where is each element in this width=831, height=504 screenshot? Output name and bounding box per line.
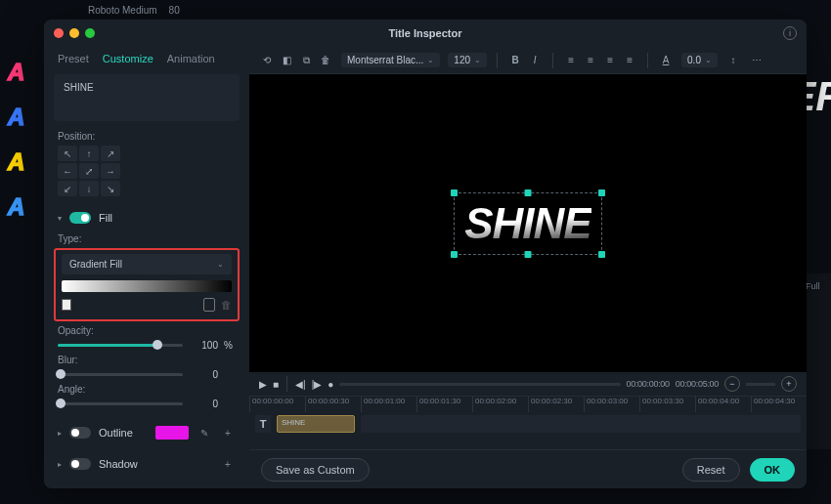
track-empty[interactable] — [361, 415, 801, 433]
resize-handle-tr[interactable] — [598, 189, 605, 196]
add-icon[interactable]: + — [220, 456, 236, 472]
arrow-center[interactable]: ⤢ — [79, 163, 99, 179]
delete-stop-icon[interactable]: 🗑 — [221, 299, 232, 311]
arrow-se[interactable]: ↘ — [101, 181, 120, 196]
ruler-tick: 00:00:01:00 — [361, 397, 416, 412]
play-icon[interactable]: ▶ — [259, 379, 267, 390]
maximize-window-button[interactable] — [85, 28, 95, 38]
canvas-text[interactable]: SHINE — [464, 199, 590, 248]
resize-handle-tl[interactable] — [451, 189, 458, 196]
gradient-stop-start[interactable] — [62, 299, 71, 311]
eyedropper-icon[interactable] — [203, 298, 215, 312]
arrow-sw[interactable]: ↙ — [58, 181, 77, 196]
chevron-down-icon: ⌄ — [217, 260, 224, 269]
gradient-bar[interactable] — [62, 280, 232, 292]
font-family-select[interactable]: Montserrat Blac...⌄ — [341, 53, 440, 67]
ruler-tick: 00:00:04:30 — [751, 397, 807, 412]
arrow-e[interactable]: → — [101, 163, 120, 179]
opacity-slider[interactable] — [58, 344, 183, 347]
transform-icon[interactable]: ⟲ — [259, 53, 275, 68]
arrow-nw[interactable]: ↖ — [58, 146, 77, 161]
bg-font-name: Roboto Medium — [88, 5, 157, 16]
outline-color-swatch[interactable] — [155, 426, 189, 440]
arrow-s[interactable]: ↓ — [79, 181, 99, 196]
resize-handle-br[interactable] — [598, 251, 605, 258]
blur-value[interactable]: 0 — [189, 369, 218, 380]
italic-icon[interactable]: I — [527, 53, 543, 68]
close-window-button[interactable] — [54, 28, 64, 38]
transport-bar: ▶ ■ ◀| |▶ ● 00:00:00:00 00:00:05:00 − + — [249, 372, 807, 396]
background-title-samples: A A A A — [0, 0, 39, 504]
timeline-ruler[interactable]: 00:00:00:00 00:00:00:30 00:00:01:00 00:0… — [249, 397, 807, 412]
tab-customize[interactable]: Customize — [103, 53, 153, 64]
angle-slider[interactable] — [58, 402, 183, 405]
bg-full-label: Full — [806, 281, 827, 291]
scrub-bar[interactable] — [339, 383, 620, 386]
add-icon[interactable]: + — [220, 425, 236, 441]
stop-icon[interactable]: ■ — [273, 379, 279, 390]
text-content-field[interactable]: SHINE — [54, 74, 240, 121]
resize-handle-bm[interactable] — [524, 251, 531, 258]
font-size-select[interactable]: 120⌄ — [448, 53, 487, 67]
arrow-n[interactable]: ↑ — [79, 146, 99, 161]
angle-value[interactable]: 0 — [189, 399, 218, 409]
align-center-icon[interactable]: ≡ — [583, 53, 598, 68]
outline-section-header[interactable]: ▸ Outline ✎ + — [48, 421, 245, 444]
shadow-section-header[interactable]: ▸ Shadow + — [48, 452, 245, 476]
next-icon[interactable]: |▶ — [312, 379, 323, 390]
tab-preset[interactable]: Preset — [58, 53, 89, 64]
more-icon[interactable]: ⋯ — [749, 53, 765, 68]
eyedropper-icon[interactable]: ✎ — [197, 425, 212, 441]
type-label: Type: — [58, 233, 236, 244]
resize-handle-tm[interactable] — [524, 189, 531, 196]
outline-toggle[interactable] — [69, 427, 91, 439]
align-justify-icon[interactable]: ≡ — [622, 53, 637, 68]
line-height-icon[interactable]: ↕ — [725, 53, 741, 68]
bold-icon[interactable]: B — [507, 53, 523, 68]
resize-handle-bl[interactable] — [451, 251, 458, 258]
text-track-icon[interactable]: T — [255, 415, 271, 433]
ruler-tick: 00:00:02:00 — [472, 397, 528, 412]
blur-slider[interactable] — [58, 373, 183, 376]
position-label: Position: — [58, 131, 236, 142]
align-right-icon[interactable]: ≡ — [602, 53, 618, 68]
ok-button[interactable]: OK — [750, 458, 796, 482]
shadow-toggle[interactable] — [69, 458, 91, 470]
delete-icon[interactable]: 🗑 — [318, 53, 333, 68]
tabs: Preset Customize Animation — [48, 47, 245, 70]
arrow-w[interactable]: ← — [58, 163, 77, 179]
prev-icon[interactable]: ◀| — [295, 379, 306, 390]
window-titlebar[interactable]: Title Inspector i — [44, 20, 807, 47]
info-icon[interactable]: i — [783, 26, 797, 40]
timeline-clip[interactable]: SHINE — [277, 415, 355, 433]
letter-spacing-input[interactable]: 0.0⌄ — [681, 53, 718, 67]
opacity-value[interactable]: 100 — [189, 340, 218, 351]
zoom-out-icon[interactable]: − — [724, 376, 740, 392]
fill-label: Fill — [99, 212, 112, 224]
text-color-icon[interactable]: A — [658, 53, 674, 68]
chevron-right-icon: ▸ — [58, 429, 62, 438]
copy-icon[interactable]: ⧉ — [298, 53, 314, 68]
zoom-in-icon[interactable]: + — [781, 376, 797, 392]
minimize-window-button[interactable] — [69, 28, 79, 38]
transform2-icon[interactable]: ◧ — [279, 53, 294, 68]
fill-type-select[interactable]: Gradient Fill ⌄ — [62, 254, 232, 274]
outline-label: Outline — [99, 427, 133, 439]
reset-button[interactable]: Reset — [682, 458, 740, 482]
preview-canvas[interactable]: SHINE — [249, 74, 807, 372]
arrow-ne[interactable]: ↗ — [101, 146, 120, 161]
marker-icon[interactable]: ● — [328, 379, 333, 390]
align-left-icon[interactable]: ≡ — [563, 53, 579, 68]
fill-toggle[interactable] — [69, 212, 91, 224]
save-as-custom-button[interactable]: Save as Custom — [261, 458, 370, 482]
selection-box[interactable]: SHINE — [454, 192, 601, 255]
chevron-down-icon: ▾ — [58, 214, 62, 223]
highlight-box: Gradient Fill ⌄ 🗑 — [54, 248, 240, 321]
title-inspector-window: Title Inspector i Preset Customize Anima… — [44, 20, 807, 488]
zoom-slider[interactable] — [746, 383, 775, 386]
right-panel: ⟲ ◧ ⧉ 🗑 Montserrat Blac...⌄ 120⌄ B I ≡ ≡… — [249, 47, 807, 488]
ruler-tick: 00:00:01:30 — [416, 397, 472, 412]
tab-animation[interactable]: Animation — [167, 53, 215, 64]
fill-section-header[interactable]: ▾ Fill — [48, 208, 245, 228]
timeline: 00:00:00:00 00:00:00:30 00:00:01:00 00:0… — [249, 396, 807, 449]
